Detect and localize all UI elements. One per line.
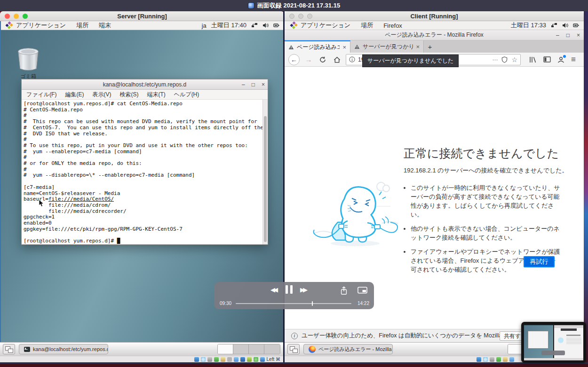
info-icon: i xyxy=(291,333,298,339)
close-icon[interactable]: × xyxy=(262,81,265,88)
minimize-traffic-light[interactable] xyxy=(298,14,303,19)
workspace-4[interactable] xyxy=(264,344,280,354)
vbox-status-icon[interactable] xyxy=(234,357,238,362)
rewind-button[interactable]: ◀◀ xyxy=(270,286,278,293)
reload-button[interactable] xyxy=(318,55,328,65)
menu-firefox[interactable]: Firefox xyxy=(383,22,402,29)
vbox-status-icon[interactable] xyxy=(214,357,219,362)
menu-terminal[interactable]: 端末 xyxy=(99,21,111,30)
tab-close-icon[interactable]: × xyxy=(416,43,420,50)
clock[interactable]: 土曜日 17:40 xyxy=(211,21,246,30)
tab-close-icon[interactable]: × xyxy=(342,44,346,51)
vbox-status-icon[interactable] xyxy=(477,357,481,362)
workspace-switcher-icon[interactable] xyxy=(3,344,15,354)
pause-button[interactable] xyxy=(286,285,293,294)
account-icon[interactable] xyxy=(557,56,564,63)
terminal-output[interactable]: [root@localhost yum.repos.d]# cat CentOS… xyxy=(22,100,268,244)
picture-in-picture-icon[interactable] xyxy=(358,286,367,295)
site-info-icon[interactable] xyxy=(349,56,355,62)
maximize-icon[interactable]: □ xyxy=(252,81,255,88)
vbox-status-icon[interactable] xyxy=(483,357,488,362)
share-icon[interactable] xyxy=(340,286,348,296)
library-icon[interactable] xyxy=(529,56,537,63)
network-icon[interactable] xyxy=(551,23,557,28)
terminal-titlebar[interactable]: kana@localhost:/etc/yum.repos.d – □ × xyxy=(22,79,268,90)
vbox-status-icon[interactable] xyxy=(240,357,245,362)
menu-places[interactable]: 場所 xyxy=(76,21,88,30)
maximize-icon[interactable]: □ xyxy=(566,32,570,39)
clock[interactable]: 土曜日 17:33 xyxy=(511,21,546,30)
trash-desktop-icon[interactable]: ゴミ箱 xyxy=(13,46,43,80)
bookmark-star-icon[interactable]: ☆ xyxy=(511,56,517,63)
timeline-track[interactable] xyxy=(236,303,351,304)
firefox-titlebar[interactable]: ページ読み込みエラー - Mozilla Firefox – □ × xyxy=(285,30,584,40)
vbox-status-icon[interactable] xyxy=(207,357,212,362)
vbox-status-icon[interactable] xyxy=(254,357,258,362)
page-actions-icon[interactable]: ··· xyxy=(492,56,498,63)
minimize-icon[interactable]: – xyxy=(242,81,245,88)
server-vm-titlebar[interactable]: Server [Running] xyxy=(0,11,284,21)
minimize-traffic-light[interactable] xyxy=(14,14,19,19)
player-scrubber[interactable] xyxy=(312,301,313,306)
terminal-scrollbar[interactable] xyxy=(262,100,268,244)
zoom-traffic-light[interactable] xyxy=(307,14,312,19)
workspace-2[interactable] xyxy=(233,344,249,354)
firefox-task-button[interactable]: ページ読み込みエラー - Mozilla Fi… xyxy=(303,344,393,354)
vbox-status-icon[interactable] xyxy=(260,357,265,362)
scrollbar-thumb[interactable] xyxy=(264,116,267,242)
minimize-icon[interactable]: – xyxy=(556,32,559,39)
workspace-3[interactable] xyxy=(249,344,264,354)
window-controls xyxy=(289,14,312,19)
hamburger-menu-icon[interactable]: ≡ xyxy=(571,55,576,64)
workspace-switcher-icon[interactable] xyxy=(287,344,300,354)
terminal-menu-item[interactable]: ヘルプ(H) xyxy=(174,91,199,99)
close-traffic-light[interactable] xyxy=(289,14,294,19)
mouse-cursor-icon xyxy=(39,199,44,207)
home-button[interactable] xyxy=(332,55,342,65)
back-button[interactable]: ← xyxy=(288,54,300,65)
screen: 画面収録 2021-08-21 17.31.15 Server [Running… xyxy=(0,0,588,367)
new-tab-button[interactable]: + xyxy=(424,40,436,53)
terminal-task-button[interactable]: kana@localhost:/etc/yum.repos.d xyxy=(19,344,108,354)
close-traffic-light[interactable] xyxy=(5,14,10,19)
tab-page-load-error[interactable]: ページ読み込みエラー × xyxy=(285,40,350,53)
vm-edge-highlight xyxy=(0,21,1,342)
power-icon[interactable] xyxy=(573,23,579,28)
sidebar-icon[interactable] xyxy=(543,56,551,62)
forward-button[interactable]: → xyxy=(303,55,314,65)
vbox-status-icon[interactable] xyxy=(503,357,508,362)
vbox-status-icon[interactable] xyxy=(496,357,501,362)
terminal-menu-item[interactable]: 端末(T) xyxy=(147,91,165,99)
pocket-icon[interactable] xyxy=(501,56,508,63)
vbox-status-icon[interactable] xyxy=(221,357,225,362)
vbox-status-icon[interactable] xyxy=(227,357,232,362)
menu-applications[interactable]: アプリケーション xyxy=(16,21,66,30)
vbox-status-icon[interactable] xyxy=(509,357,514,362)
workspace-1[interactable] xyxy=(218,344,233,354)
fast-forward-button[interactable]: ▶▶ xyxy=(300,286,308,293)
terminal-menubar: ファイル(F)編集(E)表示(V)検索(S)端末(T)ヘルプ(H) xyxy=(22,90,268,100)
menu-applications[interactable]: アプリケーション xyxy=(301,21,350,30)
vbox-status-icon[interactable] xyxy=(490,357,494,362)
input-method-indicator[interactable]: ja xyxy=(202,22,207,29)
client-vm-titlebar[interactable]: Client [Running] xyxy=(285,11,584,21)
retry-button[interactable]: 再試行 xyxy=(524,256,555,267)
terminal-menu-item[interactable]: 表示(V) xyxy=(92,91,111,99)
vbox-status-icon[interactable] xyxy=(247,357,252,362)
server-vbox-statusbar: Left ⌘ xyxy=(0,356,284,362)
volume-icon[interactable] xyxy=(262,23,269,28)
network-icon[interactable] xyxy=(251,23,258,28)
zoom-traffic-light[interactable] xyxy=(23,14,28,19)
close-icon[interactable]: × xyxy=(577,32,580,39)
vbox-status-icon[interactable] xyxy=(201,357,206,362)
workspace-1[interactable] xyxy=(508,344,522,354)
pip-preview-window[interactable] xyxy=(521,322,586,363)
terminal-menu-item[interactable]: 編集(E) xyxy=(65,91,84,99)
terminal-menu-item[interactable]: 検索(S) xyxy=(119,91,138,99)
vbox-status-icon[interactable] xyxy=(194,357,199,362)
volume-icon[interactable] xyxy=(562,23,568,28)
tab-server-not-found[interactable]: サーバーが見つかりませ × xyxy=(350,40,424,53)
terminal-menu-item[interactable]: ファイル(F) xyxy=(26,91,56,99)
power-icon[interactable] xyxy=(273,23,279,28)
menu-places[interactable]: 場所 xyxy=(361,21,373,30)
